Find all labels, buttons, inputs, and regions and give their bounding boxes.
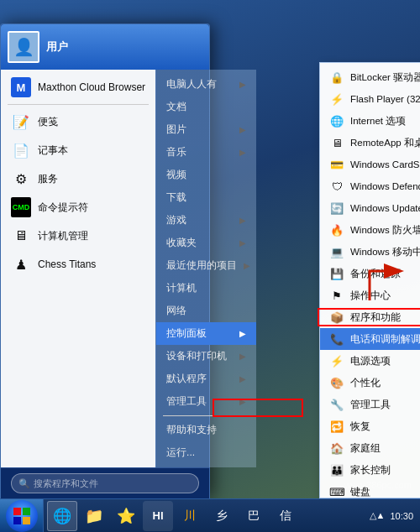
arrow-icon-7: ▶ (239, 329, 246, 338)
taskbar-logo2[interactable]: 乡 (207, 501, 237, 531)
menu-run[interactable]: 运行... (156, 441, 256, 464)
menu-download[interactable]: 下载 (156, 186, 256, 209)
taskbar-logo3[interactable]: 巴 (239, 501, 269, 531)
clock: 10:30 (390, 511, 413, 521)
menu-computer[interactable]: 计算机 (156, 277, 256, 300)
app-bianqian[interactable]: 📝 便笺 (1, 107, 155, 136)
taskbar-fav[interactable]: ⭐ (111, 501, 141, 531)
arrow-icon-5: ▶ (239, 238, 246, 248)
submenu-firewall[interactable]: 🔥 Windows 防火墙 (320, 219, 420, 241)
maxthon-icon: M (11, 77, 31, 97)
chess-icon: ♟ (11, 254, 31, 274)
taskbar-items: 🌐 📁 ⭐ HI 川 乡 巴 信 (44, 499, 363, 532)
submenu-modem[interactable]: 📞 电话和调制解调器 (320, 328, 420, 350)
submenu-recovery[interactable]: 🔁 恢复 (320, 415, 420, 437)
submenu-windows-update[interactable]: 🔄 Windows Update (320, 197, 420, 219)
arrow-icon-8: ▶ (239, 352, 246, 361)
update-icon: 🔄 (330, 201, 344, 215)
menu-pictures[interactable]: 图片 ▶ (156, 118, 256, 141)
svg-rect-1 (13, 508, 21, 515)
programs-icon: 📦 (330, 310, 344, 324)
submenu-bitlocker[interactable]: 🔒 BitLocker 驱动器加密 (320, 66, 420, 88)
menu-favorites[interactable]: 收藏夹 ▶ (156, 232, 256, 254)
taskbar-logo1[interactable]: 川 (175, 501, 205, 531)
start-menu: 👤 用户 M Maxthon Cloud Browser 📝 便笺 📄 记事本 … (0, 23, 210, 498)
menu-games[interactable]: 游戏 ▶ (156, 209, 256, 232)
menu-video[interactable]: 视频 (156, 164, 256, 186)
menu-network[interactable]: 网络 (156, 300, 256, 322)
app-notepad[interactable]: 📄 记事本 (1, 136, 155, 164)
windows-logo (13, 507, 31, 525)
submenu-action-center[interactable]: ⚑ 操作中心 (320, 284, 420, 306)
svg-rect-4 (23, 517, 30, 524)
menu-cpanel[interactable]: 控制面板 ▶ (156, 322, 256, 345)
submenu-mobility[interactable]: 💻 Windows 移动中心 (320, 241, 420, 263)
app-cmd[interactable]: CMD 命令提示符 (1, 193, 155, 222)
start-menu-header: 👤 用户 (1, 24, 209, 70)
menu-documents[interactable]: 文档 (156, 96, 256, 118)
submenu-power[interactable]: ⚡ 电源选项 (320, 350, 420, 372)
compmgmt-icon: 🖥 (11, 226, 31, 246)
pinned-apps: M Maxthon Cloud Browser 📝 便笺 📄 记事本 ⚙ 服务 … (1, 70, 155, 467)
menu-recent[interactable]: 最近使用的项目 ▶ (156, 254, 256, 277)
mobility-icon: 💻 (330, 245, 344, 258)
menu-help[interactable]: 帮助和支持 (156, 419, 256, 441)
submenu-parental[interactable]: 👪 家长控制 (320, 459, 420, 481)
app-maxthon[interactable]: M Maxthon Cloud Browser (1, 73, 155, 102)
bitlocker-icon: 🔒 (330, 70, 344, 84)
firewall-icon: 🔥 (330, 223, 344, 237)
search-icon: 🔍 (18, 478, 30, 489)
power-icon: ⚡ (330, 354, 344, 368)
submenu-personalization[interactable]: 🎨 个性化 (320, 372, 420, 394)
app-services[interactable]: ⚙ 服务 (1, 164, 155, 193)
tray-icons: △▲ (370, 510, 386, 521)
modem-icon: 📞 (330, 332, 344, 346)
parental-icon: 👪 (330, 463, 344, 477)
ie-icon: 🌐 (330, 114, 344, 128)
app-compmgmt[interactable]: 🖥 计算机管理 (1, 222, 155, 250)
recovery-icon: 🔁 (330, 420, 344, 433)
submenu-remoteapp[interactable]: 🖥 RemoteApp 和桌面连接 (320, 132, 420, 154)
arrow-icon-10: ▶ (239, 397, 246, 406)
system-items: 电脑人人有 ▶ 文档 图片 ▶ 音乐 ▶ 视频 下载 游戏 ▶ (155, 70, 256, 467)
action-icon: ⚑ (330, 289, 344, 302)
submenu-flash[interactable]: ⚡ Flash Player (32 位) (320, 88, 420, 110)
start-button[interactable] (0, 499, 44, 533)
menu-default-programs[interactable]: 默认程序 ▶ (156, 368, 256, 390)
search-bar[interactable]: 🔍 搜索程序和文件 (11, 473, 199, 493)
control-panel-submenu: 🔒 BitLocker 驱动器加密 ⚡ Flash Player (32 位) … (319, 62, 420, 498)
start-orb (6, 500, 38, 532)
start-menu-body: M Maxthon Cloud Browser 📝 便笺 📄 记事本 ⚙ 服务 … (1, 70, 209, 467)
arrow-icon-3: ▶ (239, 148, 246, 157)
person-icon: 🎨 (330, 376, 344, 389)
svg-rect-2 (23, 508, 30, 515)
submenu-defender[interactable]: 🛡 Windows Defender (320, 175, 420, 197)
submenu-homegroup[interactable]: 🏠 家庭组 (320, 437, 420, 459)
submenu-programs[interactable]: 📦 程序和功能 (320, 306, 420, 328)
submenu-cardspace[interactable]: 💳 Windows CardSpace (320, 154, 420, 175)
taskbar-explorer[interactable]: 📁 (79, 501, 109, 531)
taskbar-ie[interactable]: 🌐 (47, 501, 77, 531)
taskbar-logo4[interactable]: 信 (270, 501, 301, 531)
menu-music[interactable]: 音乐 ▶ (156, 141, 256, 164)
keyboard-icon: ⌨ (330, 485, 344, 498)
admin-icon: 🔧 (330, 398, 344, 411)
cmd-icon: CMD (11, 197, 31, 217)
submenu-admin[interactable]: 🔧 管理工具 (320, 394, 420, 415)
taskbar: 🌐 📁 ⭐ HI 川 乡 巴 信 △▲ 10:30 (0, 498, 420, 532)
taskbar-hi[interactable]: HI (143, 501, 173, 531)
menu-pcrenren[interactable]: 电脑人人有 ▶ (156, 73, 256, 96)
notepad-icon: 📄 (11, 140, 31, 160)
arrow-icon-4: ▶ (239, 216, 246, 225)
taskbar-right: △▲ 10:30 (363, 510, 420, 521)
start-menu-footer: 🔍 搜索程序和文件 (1, 467, 209, 498)
svg-rect-3 (13, 517, 21, 524)
backup-icon: 💾 (330, 267, 344, 280)
arrow-icon-9: ▶ (239, 374, 246, 383)
menu-devices[interactable]: 设备和打印机 ▶ (156, 345, 256, 368)
submenu-backup[interactable]: 💾 备份和还原 (320, 263, 420, 284)
submenu-internet-options[interactable]: 🌐 Internet 选项 (320, 110, 420, 132)
menu-admin-tools[interactable]: 管理工具 ▶ (156, 390, 256, 413)
user-avatar: 👤 (8, 31, 39, 63)
app-chess[interactable]: ♟ Chess Titans (1, 250, 155, 279)
